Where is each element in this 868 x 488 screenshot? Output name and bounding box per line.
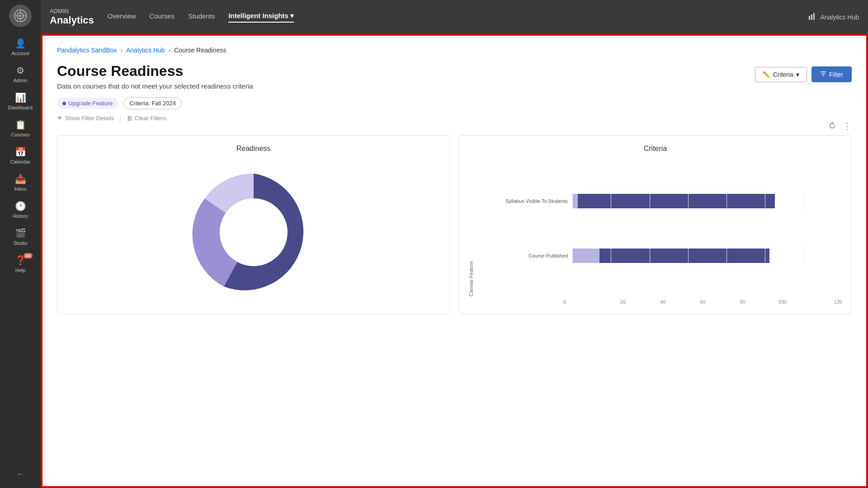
upgrade-feature-label: Upgrade Feature (68, 100, 113, 107)
x-tick-20: 20 (603, 299, 643, 305)
sidebar-item-account[interactable]: 👤 Account (0, 33, 41, 61)
breadcrumb-analytics-hub[interactable]: Analytics Hub (126, 47, 165, 54)
svg-rect-7 (813, 13, 815, 20)
sidebar-item-label: History (13, 213, 28, 219)
studio-icon: 🎬 (15, 228, 26, 239)
chart-toolbar: ⋮ (57, 122, 852, 131)
bar-chart-inner: Canvas Feature Syllabus Visible To Stude… (468, 160, 842, 296)
sidebar-item-label: Calendar (10, 159, 31, 164)
readiness-chart-title: Readiness (66, 145, 440, 153)
breadcrumb-pandalytics[interactable]: Pandalytics SandBox (57, 47, 117, 54)
admin-icon: ⚙ (16, 65, 24, 76)
sidebar-item-label: Admin (13, 78, 27, 83)
bar-row-published: Course Published (477, 247, 842, 265)
bar-track-published (572, 247, 842, 265)
breadcrumb-sep-2: › (169, 47, 171, 54)
dashboard-icon: 📊 (15, 92, 26, 103)
chevron-down-icon: ▾ (290, 12, 294, 20)
show-filter-details-label: Show Filter Details (65, 115, 114, 122)
breadcrumb: Pandalytics SandBox › Analytics Hub › Co… (57, 47, 852, 54)
y-axis-label: Canvas Feature (468, 160, 474, 296)
sidebar-item-label: Inbox (14, 186, 27, 192)
donut-chart-svg (186, 164, 321, 300)
eye-icon: 👁 (57, 115, 63, 122)
criteria-icon: ✏️ (763, 71, 770, 78)
svg-point-11 (220, 198, 288, 266)
upgrade-feature-tag[interactable]: Upgrade Feature (57, 98, 118, 109)
nav-link-insights[interactable]: Intelligent Insights ▾ (228, 12, 294, 23)
history-icon: 🕐 (15, 201, 26, 211)
calendar-icon: 📅 (15, 146, 26, 157)
nav-hub-link[interactable]: Analytics Hub (808, 12, 859, 22)
help-badge: 10 (24, 253, 33, 258)
sidebar-logo[interactable] (9, 5, 32, 27)
criteria-tag[interactable]: Criteria: Fall 2024 (123, 97, 182, 109)
sidebar-item-label: Help (15, 267, 26, 273)
bar-segment-published-light (572, 249, 599, 263)
courses-icon: 📋 (15, 119, 26, 130)
trash-icon: 🗑 (127, 115, 132, 122)
x-tick-80: 80 (723, 299, 763, 305)
bar-chart-container: Canvas Feature Syllabus Visible To Stude… (468, 160, 842, 305)
filter-button[interactable]: Filter (811, 66, 852, 82)
main-content: ADMIN Analytics Overview Courses Student… (41, 0, 868, 488)
page-header: Course Readiness Data on courses that do… (57, 63, 852, 90)
sidebar-item-history[interactable]: 🕐 History (0, 196, 41, 223)
sidebar-item-label: Studio (13, 240, 27, 246)
header-actions: ✏️ Criteria ▾ Filter (755, 66, 852, 82)
bar-label-published: Course Published (477, 253, 568, 258)
account-icon: 👤 (15, 38, 26, 49)
sidebar-item-label: Account (11, 51, 29, 56)
clear-filters-label: Clear Filters (135, 115, 166, 122)
show-filter-details-button[interactable]: 👁 Show Filter Details (57, 115, 114, 122)
sidebar-collapse-button[interactable]: ← (12, 465, 29, 483)
x-tick-40: 40 (643, 299, 683, 305)
bar-segment-syllabus-light (572, 194, 578, 208)
sidebar-item-studio[interactable]: 🎬 Studio (0, 223, 41, 250)
criteria-button-label: Criteria (773, 71, 793, 78)
sidebar-item-admin[interactable]: ⚙ Admin (0, 61, 41, 88)
filter-separator: | (119, 115, 121, 122)
svg-rect-5 (809, 16, 810, 20)
x-tick-0: 0 (563, 299, 603, 305)
criteria-chart-title: Criteria (468, 145, 842, 153)
criteria-button[interactable]: ✏️ Criteria ▾ (755, 67, 807, 82)
charts-row: Readiness Criteria (57, 135, 852, 314)
page-subtitle: Data on courses that do not meet your se… (57, 82, 253, 90)
nav-link-insights-label: Intelligent Insights (228, 12, 288, 19)
sidebar-item-calendar[interactable]: 📅 Calendar (0, 142, 41, 169)
bar-segment-published-dark (599, 249, 769, 263)
clear-filters-button[interactable]: 🗑 Clear Filters (127, 115, 166, 122)
page-content: Pandalytics SandBox › Analytics Hub › Co… (41, 34, 868, 488)
sidebar-item-label: Courses (11, 132, 30, 137)
x-axis: 0 20 40 60 80 100 120 (563, 299, 842, 305)
analytics-hub-label: Analytics Hub (820, 14, 859, 21)
svg-rect-6 (811, 14, 812, 20)
sidebar-item-dashboard[interactable]: 📊 Dashboard (0, 88, 41, 115)
x-tick-120: 120 (802, 299, 842, 305)
breadcrumb-current: Course Readiness (174, 47, 226, 54)
filter-button-label: Filter (829, 71, 843, 78)
sidebar-item-help[interactable]: 10 ❓ Help (0, 250, 41, 277)
page-title-section: Course Readiness Data on courses that do… (57, 63, 253, 90)
bar-label-syllabus: Syllabus Visible To Students (477, 198, 568, 204)
x-tick-100: 100 (763, 299, 802, 305)
nav-link-overview[interactable]: Overview (108, 12, 136, 22)
filter-tags: Upgrade Feature Criteria: Fall 2024 (57, 97, 852, 109)
analytics-hub-icon (808, 12, 816, 22)
nav-brand: ADMIN Analytics (50, 8, 94, 26)
page-title: Course Readiness (57, 63, 253, 80)
inbox-icon: 📥 (15, 174, 26, 184)
nav-brand-admin: ADMIN (50, 8, 94, 14)
sidebar-item-label: Dashboard (8, 105, 33, 110)
sidebar-item-courses[interactable]: 📋 Courses (0, 115, 41, 142)
more-options-button[interactable]: ⋮ (843, 122, 852, 131)
sidebar-item-inbox[interactable]: 📥 Inbox (0, 169, 41, 196)
refresh-button[interactable] (828, 122, 836, 131)
bar-segment-syllabus-dark (578, 194, 775, 208)
nav-link-students[interactable]: Students (188, 12, 215, 22)
readiness-chart-card: Readiness (57, 135, 450, 314)
top-nav: ADMIN Analytics Overview Courses Student… (41, 0, 868, 34)
nav-link-courses[interactable]: Courses (149, 12, 175, 22)
filter-icon (820, 70, 826, 78)
